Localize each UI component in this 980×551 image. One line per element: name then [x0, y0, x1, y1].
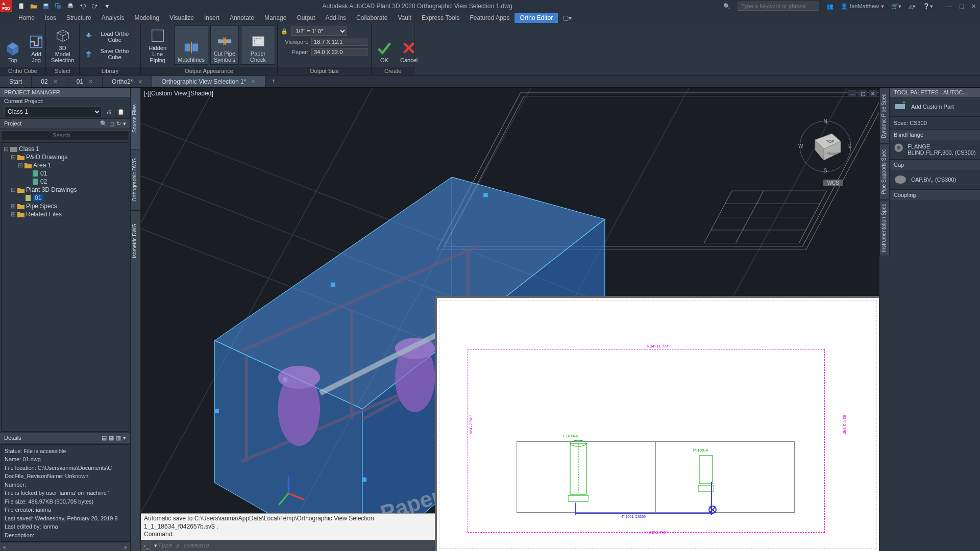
search-icon[interactable]: 🔍: [723, 3, 730, 10]
doctab-ortho-selection[interactable]: Orthographic View Selection 1*✕: [152, 76, 265, 87]
tree-pid[interactable]: ⊟P&ID Drawings: [11, 153, 127, 161]
doctab-01[interactable]: 01✕: [67, 76, 103, 87]
scale-select[interactable]: 1/2" = 1'-0": [291, 27, 347, 36]
tree-file-02[interactable]: 02: [25, 178, 127, 186]
details-icon-1[interactable]: ▤: [102, 435, 107, 441]
current-project-select[interactable]: Class 1: [4, 106, 102, 117]
model-selection-button[interactable]: 3D Model Selection: [48, 26, 77, 65]
cut-pipe-button[interactable]: Cut Pipe Symbols: [210, 26, 239, 65]
project-copy-icon[interactable]: 📋: [116, 107, 126, 117]
tab-modeling[interactable]: Modeling: [129, 13, 164, 23]
tab-home[interactable]: Home: [13, 13, 40, 23]
tab-isos[interactable]: Isos: [40, 13, 61, 23]
add-jog-button[interactable]: Add Jog: [26, 26, 47, 65]
blind-flange-item[interactable]: FLANGE BLIND,FL,RF,300, (CS300): [890, 140, 980, 160]
share-icon[interactable]: 👥: [826, 3, 834, 10]
save-ortho-cube-button[interactable]: Save Ortho Cube: [82, 46, 138, 62]
saveall-icon[interactable]: [54, 2, 62, 10]
search-input[interactable]: [738, 2, 819, 11]
tab-featured[interactable]: Featured Apps: [464, 13, 514, 23]
tree-file-01[interactable]: 01: [25, 169, 127, 178]
redo-icon[interactable]: [91, 2, 99, 10]
doctab-02[interactable]: 02✕: [32, 76, 67, 87]
tab-manage[interactable]: Manage: [259, 13, 291, 23]
add-custom-part[interactable]: + Add Custom Part: [890, 97, 980, 117]
tree-collapse-icon[interactable]: ◫: [109, 120, 114, 127]
tab-collaborate[interactable]: Collaborate: [351, 13, 393, 23]
cmd-prompt-icon[interactable]: ›_: [142, 541, 151, 550]
vp-minimize-icon[interactable]: —: [848, 90, 856, 97]
tree-related[interactable]: ⊞Related Files: [11, 210, 127, 218]
paper-check-button[interactable]: Paper Check: [241, 26, 275, 65]
project-print-icon[interactable]: 🖨: [104, 107, 114, 117]
tp-tab-instrumentation[interactable]: Instrumentation Spec: [879, 200, 890, 256]
project-tab[interactable]: Project 🔍 ◫ ↻ ▾: [0, 118, 130, 129]
viewport-input[interactable]: [311, 38, 368, 46]
help-icon[interactable]: ❔▾: [923, 3, 933, 10]
details-icon-2[interactable]: ▦: [109, 435, 114, 441]
command-input[interactable]: [157, 542, 434, 549]
tab-express[interactable]: Express Tools: [416, 13, 464, 23]
save-icon[interactable]: [42, 2, 50, 10]
new-doc-button[interactable]: ＋: [265, 74, 282, 87]
tab-insert[interactable]: Insert: [199, 13, 225, 23]
top-button[interactable]: Top: [2, 26, 23, 65]
tree-file-p3d-01[interactable]: 01: [18, 194, 127, 202]
view-cube[interactable]: N S E W TOP FRONT: [797, 118, 853, 174]
close-tab-icon[interactable]: ✕: [53, 79, 58, 85]
tab-overflow[interactable]: ▢▾: [558, 13, 577, 23]
scroll-right-icon[interactable]: ▸: [122, 544, 130, 550]
open-icon[interactable]: [30, 2, 38, 10]
source-tab-files[interactable]: Source Files: [131, 88, 140, 149]
close-tab-icon[interactable]: ✕: [138, 79, 142, 85]
viewport-3d[interactable]: Paper Size: 34.0 X 22.0 Scale: 1/2" = 1'…: [141, 88, 879, 551]
tab-annotate[interactable]: Annotate: [225, 13, 259, 23]
details-icon-3[interactable]: ▥: [116, 435, 121, 441]
tree-pipe-specs[interactable]: ⊞Pipe Specs: [11, 202, 127, 210]
tab-ortho-editor[interactable]: Ortho Editor: [514, 13, 558, 23]
cart-icon[interactable]: 🛒▾: [891, 3, 901, 10]
doctab-start[interactable]: Start: [0, 76, 32, 87]
cancel-button[interactable]: Cancel: [397, 26, 421, 65]
tree-root[interactable]: ⊟Class 1: [4, 145, 127, 153]
paper-preview[interactable]: N34'-11 7/8" S3'-2 7/8" W4'-2 7/8" E24'-…: [435, 296, 879, 551]
filter-icon[interactable]: 🔍: [100, 120, 107, 127]
source-tab-orthodwg[interactable]: Orthographic DWG: [131, 149, 140, 210]
details-menu-icon[interactable]: ▾: [123, 435, 126, 441]
source-tab-isodwg[interactable]: Isometric DWG: [131, 210, 140, 271]
vp-close-icon[interactable]: ✕: [869, 90, 877, 97]
scale-lock-icon[interactable]: 🔒: [281, 28, 288, 35]
tab-addins[interactable]: Add-ins: [320, 13, 351, 23]
user-menu[interactable]: 👤 IanMatthew ▾: [841, 3, 884, 10]
ok-button[interactable]: OK: [374, 26, 395, 65]
tp-tab-dynamic[interactable]: Dynamic Pipe Spec: [879, 88, 890, 144]
tab-analysis[interactable]: Analysis: [96, 13, 130, 23]
scroll-left-icon[interactable]: ◂: [0, 544, 8, 550]
vp-maximize-icon[interactable]: ▢: [859, 90, 867, 97]
project-tree[interactable]: ⊟Class 1 ⊟P&ID Drawings ⊟Area 1 01 02 ⊟P…: [1, 142, 129, 432]
load-ortho-cube-button[interactable]: Load Ortho Cube: [82, 29, 138, 44]
qat-dropdown-icon[interactable]: ▼: [103, 2, 111, 10]
tab-structure[interactable]: Structure: [61, 13, 96, 23]
tree-p3d[interactable]: ⊟Plant 3D Drawings: [11, 186, 127, 194]
undo-icon[interactable]: [79, 2, 87, 10]
close-icon[interactable]: ✕: [971, 3, 976, 10]
wcs-badge[interactable]: WCS: [823, 180, 843, 186]
panel-hscroll[interactable]: ◂ ▸: [0, 543, 130, 551]
cap-item[interactable]: CAP,BV,, (CS300): [890, 170, 980, 190]
tree-menu-icon[interactable]: ▾: [123, 120, 126, 127]
close-tab-icon[interactable]: ✕: [88, 79, 93, 85]
tab-visualize[interactable]: Visualize: [164, 13, 199, 23]
tree-search-input[interactable]: [1, 130, 129, 140]
tree-area[interactable]: ⊟Area 1: [18, 161, 127, 169]
hidden-line-button[interactable]: Hidden Line Piping: [143, 26, 172, 65]
refresh-icon[interactable]: ↻: [116, 120, 121, 127]
tab-vault[interactable]: Vault: [393, 13, 416, 23]
minimize-icon[interactable]: —: [946, 3, 952, 10]
app-icon[interactable]: AP3D: [0, 0, 12, 12]
paper-input[interactable]: [311, 48, 368, 56]
autodesk-app-icon[interactable]: ◬▾: [909, 3, 916, 10]
matchlines-button[interactable]: Matchlines: [174, 26, 208, 65]
new-icon[interactable]: [17, 2, 26, 10]
tp-tab-supports[interactable]: Pipe Supports Spec: [879, 144, 890, 200]
